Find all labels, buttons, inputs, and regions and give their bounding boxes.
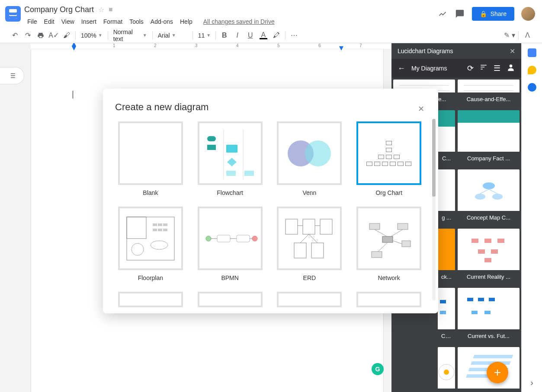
save-status[interactable]: All changes saved in Drive	[203, 18, 275, 25]
diagram-card[interactable]: Concept Map C...	[458, 169, 520, 226]
diagram-card[interactable]: Current vs. Fut...	[438, 288, 455, 344]
undo-button[interactable]: ↶	[9, 29, 21, 41]
highlight-button[interactable]: 🖍	[270, 29, 282, 41]
star-icon[interactable]: ☆	[98, 6, 104, 14]
svg-point-44	[131, 243, 144, 255]
template-bpmn[interactable]: BPMN	[195, 207, 266, 283]
diagram-card[interactable]	[438, 347, 455, 390]
style-dropdown[interactable]: Normal text▼	[111, 29, 150, 42]
svg-rect-24	[478, 298, 484, 301]
outline-toggle[interactable]	[0, 67, 24, 84]
template-venn[interactable]: Venn	[274, 121, 345, 198]
italic-button[interactable]: I	[231, 29, 244, 41]
template-blank[interactable]: Blank	[115, 121, 186, 198]
menu-tools[interactable]: Tools	[126, 16, 147, 27]
svg-rect-53	[217, 235, 230, 242]
document-title[interactable]: Company Org Chart	[24, 5, 94, 14]
menu-edit[interactable]: Edit	[41, 16, 58, 27]
header-actions: 🔒 Share	[437, 7, 535, 21]
user-avatar[interactable]	[521, 7, 535, 21]
menu-insert[interactable]: Insert	[78, 16, 99, 27]
diagram-card[interactable]: Current Reality ...	[458, 229, 520, 285]
share-button[interactable]: 🔒 Share	[472, 7, 514, 21]
paint-format-button[interactable]: 🖌	[61, 29, 73, 41]
svg-rect-41	[244, 171, 254, 176]
diagram-card[interactable]: Current vs. Fut...	[458, 288, 520, 344]
calendar-icon[interactable]	[528, 48, 536, 57]
collapse-button[interactable]: ᐱ	[521, 29, 533, 41]
template-label: BPMN	[195, 274, 266, 281]
expand-side-icon[interactable]: ›	[530, 378, 533, 388]
comments-icon[interactable]	[455, 9, 465, 19]
diagram-card[interactable]: ck...	[438, 229, 455, 285]
svg-line-66	[300, 234, 309, 243]
template-item[interactable]	[115, 292, 186, 309]
menubar: File Edit View Insert Format Tools Add-o…	[24, 16, 437, 28]
refresh-icon[interactable]: ⟳	[467, 64, 474, 73]
create-diagram-modal: Create a new diagram ✕ Blank Flowchart V…	[103, 89, 438, 313]
zoom-dropdown[interactable]: 100%▼	[78, 32, 105, 39]
template-erd[interactable]: ERD	[274, 207, 345, 283]
panel-title: Lucidchart Diagrams	[398, 48, 453, 54]
diagram-card[interactable]: Company Fact ...	[458, 110, 520, 167]
svg-line-67	[309, 234, 318, 243]
template-flowchart[interactable]: Flowchart	[195, 121, 266, 198]
more-button[interactable]: ⋯	[288, 29, 300, 41]
svg-point-11	[475, 194, 485, 200]
diagram-card[interactable]: g ...	[438, 169, 455, 226]
svg-point-10	[483, 182, 495, 189]
menu-file[interactable]: File	[24, 16, 40, 27]
menu-view[interactable]: View	[58, 16, 77, 27]
template-label: ERD	[274, 274, 345, 281]
svg-rect-6	[481, 65, 487, 66]
tasks-icon[interactable]	[528, 83, 536, 92]
left-indent[interactable]	[72, 43, 76, 46]
keep-icon[interactable]	[528, 66, 536, 74]
diagram-card[interactable]: C...	[438, 110, 455, 167]
back-icon[interactable]: ←	[398, 64, 405, 73]
svg-rect-25	[489, 298, 495, 301]
grammarly-icon[interactable]: G	[372, 363, 384, 375]
ruler[interactable]: 1 2 3 4 5 6 7	[31, 43, 391, 49]
svg-point-55	[252, 236, 257, 241]
modal-scrollbar[interactable]	[432, 119, 436, 300]
diagram-label: Current vs. Fut...	[438, 329, 455, 343]
template-floorplan[interactable]: Floorplan	[115, 207, 186, 283]
diagram-label: Company Fact ...	[458, 152, 520, 165]
template-network[interactable]: Network	[353, 207, 424, 283]
svg-rect-22	[440, 311, 446, 314]
menu-help[interactable]: Help	[177, 16, 196, 27]
account-icon[interactable]	[507, 63, 515, 74]
editing-mode-button[interactable]: ✎ ▾	[504, 29, 516, 41]
svg-line-13	[480, 189, 489, 194]
panel-breadcrumb[interactable]: My Diagrams	[411, 65, 461, 72]
activity-icon[interactable]	[437, 9, 448, 19]
print-button[interactable]	[35, 29, 47, 41]
menu-addons[interactable]: Add-ons	[148, 16, 176, 27]
template-org-chart[interactable]: Org Chart	[353, 121, 424, 198]
template-item[interactable]	[195, 292, 266, 309]
list-view-icon[interactable]: ☰	[494, 64, 500, 73]
close-icon[interactable]: ✕	[510, 47, 515, 55]
folder-icon[interactable]: ■	[109, 6, 113, 13]
svg-rect-47	[163, 223, 167, 226]
text-color-button[interactable]: A	[257, 29, 269, 41]
template-item[interactable]	[353, 292, 424, 309]
font-dropdown[interactable]: Arial▼	[155, 32, 190, 39]
add-diagram-fab[interactable]: +	[487, 362, 508, 383]
svg-rect-62	[294, 243, 306, 258]
sort-icon[interactable]	[480, 64, 487, 73]
font-size-dropdown[interactable]: 11▼	[196, 32, 213, 39]
diagram-card[interactable]: Cause-and-Effe...	[458, 80, 520, 108]
svg-rect-30	[473, 355, 513, 358]
spellcheck-button[interactable]: A✓	[48, 29, 60, 41]
close-icon[interactable]: ✕	[418, 104, 424, 114]
bold-button[interactable]: B	[218, 29, 231, 41]
redo-button[interactable]: ↷	[22, 29, 34, 41]
svg-rect-54	[237, 235, 250, 242]
underline-button[interactable]: U	[244, 29, 257, 41]
template-item[interactable]	[274, 292, 345, 309]
docs-logo-icon[interactable]	[5, 6, 21, 22]
svg-rect-59	[285, 219, 298, 234]
menu-format[interactable]: Format	[100, 16, 125, 27]
